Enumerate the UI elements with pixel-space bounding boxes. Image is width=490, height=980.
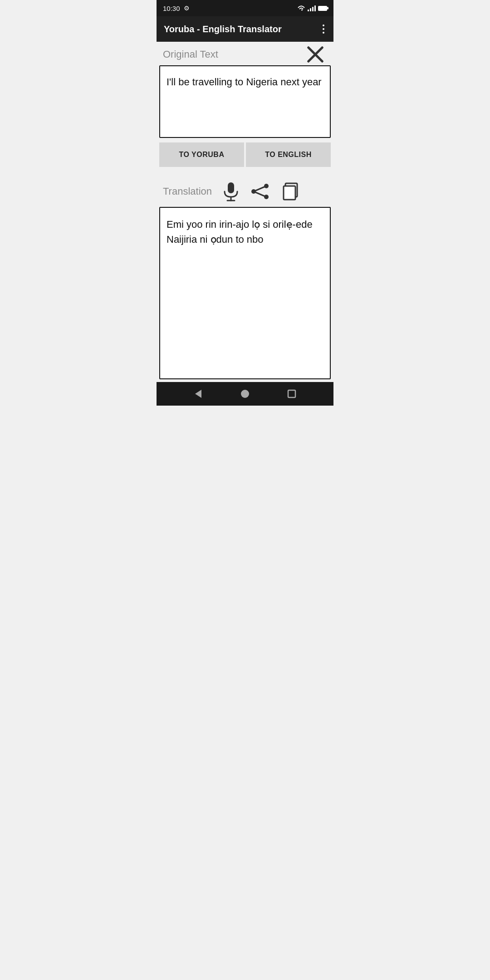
back-icon [193,389,203,399]
svg-rect-0 [228,182,234,193]
share-icon [250,183,270,200]
translation-text-box[interactable]: Emi yoo rin irin-ajo lọ si orilẹ-ede Nai… [159,207,331,379]
translate-buttons: TO YORUBA TO ENGLISH [159,142,331,167]
close-icon [305,48,325,61]
svg-point-11 [241,390,249,398]
app-title: Yoruba - English Translator [164,24,282,34]
microphone-icon [223,181,239,201]
translation-header: Translation [157,176,333,207]
main-content: Original Text I'll be travelling to Nige… [157,42,333,382]
original-text-label: Original Text [163,49,218,60]
home-icon [240,389,250,399]
more-options-button[interactable] [321,23,326,35]
battery-icon [318,6,327,11]
svg-line-6 [254,186,266,191]
copy-button[interactable] [279,180,303,203]
original-text-header: Original Text [157,42,333,65]
recent-button[interactable] [283,385,300,402]
translation-section: Translation [157,176,333,382]
translation-label: Translation [163,186,212,197]
svg-rect-9 [284,186,295,200]
status-icons [297,5,327,11]
clear-button[interactable] [304,46,327,63]
back-button[interactable] [190,385,207,402]
svg-marker-10 [195,390,201,398]
status-time: 10:30 [163,5,180,12]
original-text-content: I'll be travelling to Nigeria next year [167,76,322,88]
svg-rect-12 [288,390,295,397]
wifi-icon [297,5,305,11]
settings-icon: ⚙ [184,5,190,12]
copy-icon [281,181,301,201]
share-button[interactable] [248,181,272,201]
recent-icon [287,389,297,399]
status-bar: 10:30 ⚙ [157,0,333,16]
translation-content: Emi yoo rin irin-ajo lọ si orilẹ-ede Nai… [167,219,313,245]
original-text-box[interactable]: I'll be travelling to Nigeria next year [159,65,331,138]
to-english-button[interactable]: TO ENGLISH [246,142,331,167]
home-button[interactable] [236,385,254,402]
signal-icon [308,5,316,11]
svg-line-7 [254,191,266,197]
bottom-nav [157,382,333,406]
microphone-button[interactable] [221,180,241,203]
app-bar: Yoruba - English Translator [157,16,333,42]
to-yoruba-button[interactable]: TO YORUBA [159,142,244,167]
